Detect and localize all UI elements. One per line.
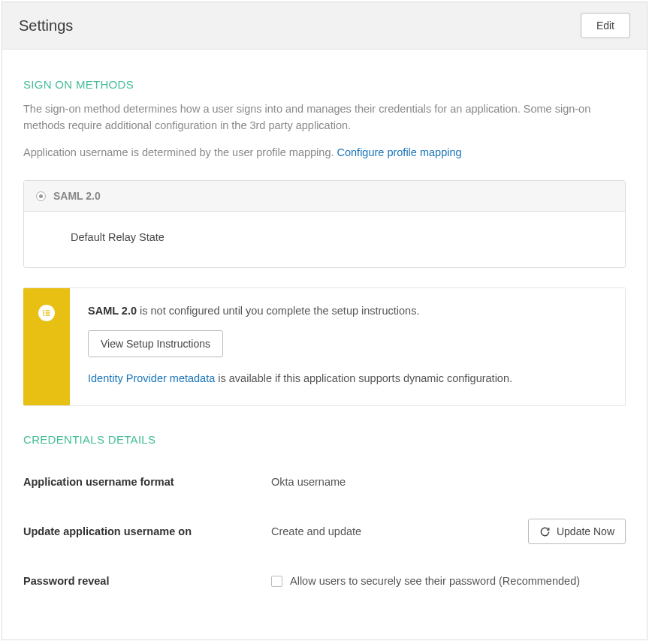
value-username-format: Okta username [271,476,626,488]
update-now-label: Update Now [557,525,614,537]
label-username-format: Application username format [23,476,271,488]
notice-metadata-line: Identity Provider metadata is available … [88,372,607,384]
update-now-button[interactable]: Update Now [528,519,626,544]
notice-strong: SAML 2.0 [88,305,137,317]
svg-rect-5 [46,315,50,317]
notice-metadata-suffix: is available if this application support… [215,372,512,384]
checkbox-label-password-reveal: Allow users to securely see their passwo… [290,575,580,587]
view-setup-instructions-button[interactable]: View Setup Instructions [88,330,223,357]
radio-selected-icon [36,191,46,201]
notice-body: SAML 2.0 is not configured until you com… [70,288,625,405]
page-title: Settings [19,17,73,35]
sign-on-description: The sign-on method determines how a user… [23,101,626,134]
setup-notice: SAML 2.0 is not configured until you com… [23,287,626,406]
default-relay-state-label: Default Relay State [71,231,165,243]
label-update-on: Update application username on [23,525,271,537]
sign-on-section: SIGN ON METHODS The sign-on method deter… [23,78,626,406]
row-username-format: Application username format Okta usernam… [23,468,626,495]
label-password-reveal: Password reveal [23,575,271,587]
svg-point-0 [43,310,44,311]
section-title-sign-on: SIGN ON METHODS [23,78,626,91]
section-title-credentials: CREDENTIALS DETAILS [23,433,626,446]
configure-profile-mapping-link[interactable]: Configure profile mapping [337,146,462,158]
value-update-on: Create and update [271,525,361,537]
mapping-desc-text: Application username is determined by th… [23,146,337,158]
notice-accent-bar [23,288,70,405]
list-icon [38,305,55,321]
svg-rect-1 [46,311,50,312]
notice-message: SAML 2.0 is not configured until you com… [88,305,607,317]
row-password-reveal: Password reveal Allow users to securely … [23,567,626,594]
row-update-on: Update application username on Create an… [23,518,626,545]
panel-content: SIGN ON METHODS The sign-on method deter… [2,50,647,639]
edit-button[interactable]: Edit [581,13,630,38]
svg-point-4 [43,314,44,316]
method-card-header[interactable]: SAML 2.0 [24,181,625,212]
identity-provider-metadata-link[interactable]: Identity Provider metadata [88,372,215,384]
method-label: SAML 2.0 [53,190,101,202]
settings-panel: Settings Edit SIGN ON METHODS The sign-o… [2,2,647,640]
svg-rect-3 [46,313,50,314]
method-card-body: Default Relay State [24,212,625,267]
notice-text: is not configured until you complete the… [137,305,419,317]
credentials-section: CREDENTIALS DETAILS Application username… [23,433,626,594]
password-reveal-checkbox[interactable] [271,576,282,587]
sign-on-mapping-description: Application username is determined by th… [23,145,626,161]
panel-header: Settings Edit [2,2,647,50]
sign-on-method-card: SAML 2.0 Default Relay State [23,180,626,268]
refresh-icon [539,526,551,537]
svg-point-2 [43,312,44,314]
